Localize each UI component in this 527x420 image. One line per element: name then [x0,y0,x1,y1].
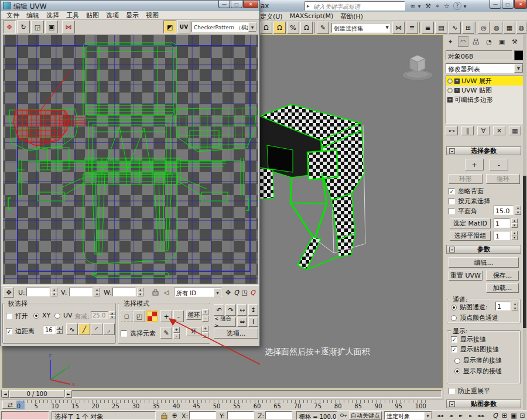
tab-display-icon[interactable]: ▣ [497,36,507,47]
checkbox[interactable] [121,330,127,337]
w-spin-arrows[interactable]: ▲▼ [137,288,143,296]
go-start-icon[interactable]: ◄◄ [434,411,446,420]
edge-spin-arrows[interactable]: ▲▼ [56,326,63,334]
uvw-menu-item[interactable]: 贴图 [83,11,102,20]
y-coordinate-field[interactable] [227,411,254,419]
subobject-mode-icon[interactable]: ◰ [134,310,145,322]
selection-lock-icon[interactable] [159,411,169,420]
expand-box-icon[interactable]: + [447,97,453,103]
align-v-icon[interactable]: ↕ [248,304,258,316]
loop-button[interactable]: 循环 [486,174,520,184]
tab-modify-icon[interactable]: ◠ [458,36,468,47]
loop-grow-button[interactable]: + [202,309,208,315]
shrink-selection-button[interactable]: - [490,159,508,170]
maxscript-mini-listener[interactable] [1,411,49,420]
marquee-select-icon[interactable]: ▢ [121,310,132,322]
grow-selection-button[interactable]: + [465,159,484,170]
select-smoothing-button[interactable]: 选择平滑组 [450,231,491,241]
id-filter-arrow-icon[interactable]: ▼ [214,288,221,296]
matid-spin-arrows[interactable]: ▲▼ [511,218,518,228]
track-bar[interactable]: ⇄ 05101520253035404550556065707580859095… [0,399,444,410]
ring-grow-button[interactable]: + [202,326,208,332]
expand-box-icon[interactable]: + [454,78,460,84]
uv-space-button[interactable]: UV [177,21,190,33]
toggle-layers-icon[interactable]: ▤ [435,22,447,34]
nav-zoom-all-icon[interactable]: ⊞ [500,411,509,420]
uvw-menu-item[interactable]: 工具 [63,11,83,20]
radio[interactable] [54,313,60,319]
quick-render-icon[interactable]: ◍ [516,22,526,34]
ring-button[interactable]: 环形 [449,174,482,184]
uvw-maximize-button[interactable]: ▢ [231,1,242,8]
select-matid-button[interactable]: 选定 MatID [450,218,491,228]
uvw-scale-icon[interactable]: ◲ [31,21,44,33]
tab-motion-icon[interactable]: ◔ [484,36,494,47]
loop-button[interactable]: 循环 [186,310,201,320]
shrink-uv-selection-button[interactable]: - [173,310,184,322]
stack-item-uvw-unwrap[interactable]: + UVW 展开 [446,76,523,86]
maximize-button[interactable]: ▢ [502,0,514,9]
id-filter-dropdown[interactable]: 所有 ID ▼ [174,288,222,297]
options-button[interactable]: 选项... [214,329,258,339]
falloff-slow-icon[interactable]: ◞ [103,323,115,335]
smoothing-spin-arrows[interactable]: ▲▼ [511,231,518,240]
mirror-tool-icon[interactable]: ⋈ [392,22,405,34]
falloff-spin-arrows[interactable]: ▲▼ [109,311,115,319]
play-icon[interactable]: ► [456,411,466,420]
w-field[interactable] [112,288,136,296]
pattern-dropdown-arrow-icon[interactable]: ▼ [248,22,256,32]
rollout-params[interactable]: - 参数 [446,245,521,254]
mini-curve-editor-icon[interactable]: ⇄ [2,401,18,409]
radio-selected[interactable] [451,305,457,310]
minimize-button[interactable]: — [490,0,501,9]
help-icon[interactable]: ? [453,2,461,10]
uvw-pan-icon[interactable]: ✥ [224,287,232,298]
checkbox[interactable] [449,208,455,214]
map-channel-row[interactable]: 贴图通道: [451,303,488,312]
close-button[interactable]: ✕ [514,0,527,9]
stitch-v-icon[interactable]: Ⅰ [248,317,258,327]
show-map-toggle-icon[interactable]: ◩ [163,21,176,33]
tab-create-icon[interactable]: ✦ [445,36,456,47]
uvw-zoom-icon[interactable]: Q [232,287,240,298]
z-coordinate-field[interactable] [265,411,292,419]
go-end-icon[interactable]: ►► [476,411,487,420]
checkbox-checked[interactable]: ✓ [451,336,457,343]
falloff-linear-icon[interactable]: ╱ [78,323,90,335]
panel-scrollbar[interactable] [523,35,526,410]
edge-distance-field[interactable]: 16 [43,326,56,334]
select-element-row[interactable]: 选择元素 [121,329,156,338]
pin-stack-icon[interactable]: ⊷ [446,126,458,135]
time-slider-handle[interactable]: 0 / 100 [9,390,64,398]
edge-distance-row[interactable]: ✓边距离 [6,327,35,336]
by-element-row[interactable]: 按元素选择 [449,197,490,206]
rotate-cw-icon[interactable]: ↷ [225,304,236,316]
search-input[interactable]: ▸ 键入关键字或短语 [304,1,405,11]
uvw-menu-item[interactable]: 文件 [3,11,23,20]
matid-spinner[interactable]: 1 [494,218,510,228]
uvw-zoom-region-icon[interactable]: ◳ [241,287,248,298]
x-coordinate-field[interactable] [189,411,216,419]
help-arrow-icon[interactable]: ▼ [463,4,467,8]
uvw-lock-icon[interactable] [150,287,160,298]
layer-manager-icon[interactable]: ≣ [422,22,434,34]
xy-radio-row[interactable]: XY [33,312,50,319]
selection-set-dropdown[interactable]: 创建选择集 ▼ [331,23,390,33]
ignore-backfacing-row[interactable]: ✓忽略背面 [449,187,484,196]
percent-snap-icon[interactable]: % [287,22,299,34]
planar-angle-spinner[interactable]: 15.0 [494,206,514,215]
render-setup-icon[interactable]: ◍ [491,22,502,34]
uvw-menu-item[interactable]: 视图 [142,11,162,20]
bulb-icon[interactable] [447,78,453,84]
u-field[interactable] [26,288,50,296]
modifier-list-dropdown[interactable]: 修改器列表 ▼ [446,63,523,73]
vertex-color-row[interactable]: 顶点颜色通道 [451,313,498,322]
checkbox[interactable] [6,313,12,319]
uvw-move-icon[interactable]: ✥ [3,21,16,33]
next-frame-button[interactable]: ► [65,390,72,398]
map-channel-spin-arrows[interactable]: ▲▼ [512,302,518,310]
thick-seams-row[interactable]: 显示厚的接缝 [454,367,502,375]
align-tool-icon[interactable]: ≡ [406,22,418,34]
brush-shrink-button[interactable]: - [173,333,180,339]
main-menu-item[interactable]: MAXScript(M) [286,12,337,21]
